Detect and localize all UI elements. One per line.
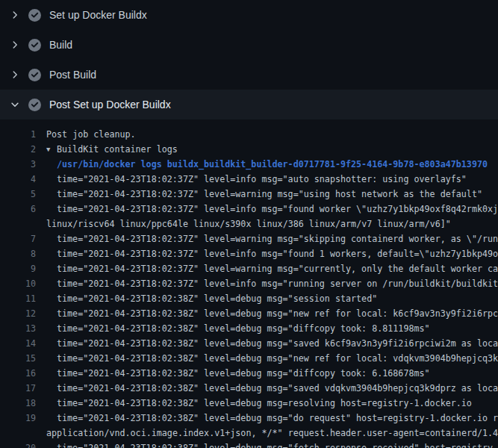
step-header-set-up-docker-buildx[interactable]: Set up Docker Buildx — [0, 0, 498, 30]
collapse-triangle-icon[interactable]: ▼ — [46, 142, 57, 157]
log-line-text: time="2021-04-23T18:02:38Z" level=debug … — [57, 396, 472, 411]
log-line: linux/riscv64 linux/ppc64le linux/s390x … — [0, 217, 498, 231]
log-line-text: time="2021-04-23T18:02:37Z" level=info m… — [57, 172, 467, 187]
log-line-number[interactable]: 5 — [0, 187, 36, 202]
log-line-number[interactable]: 17 — [0, 381, 36, 396]
step-header-build[interactable]: Build — [0, 30, 498, 60]
chevron-down-icon[interactable] — [9, 99, 21, 111]
log-line: 20 time="2021-04-23T18:02:38Z" level=deb… — [0, 441, 498, 448]
log-line: 7 time="2021-04-23T18:02:37Z" level=warn… — [0, 231, 498, 246]
chevron-right-icon[interactable] — [9, 39, 21, 51]
log-line-text: time="2021-04-23T18:02:38Z" level=debug … — [57, 321, 430, 336]
log-line-text: time="2021-04-23T18:02:38Z" level=debug … — [57, 306, 498, 321]
log-line-text: time="2021-04-23T18:02:38Z" level=debug … — [57, 366, 430, 381]
step-title[interactable]: Post Set up Docker Buildx — [49, 99, 171, 111]
log-line-number[interactable]: 11 — [0, 291, 36, 306]
log-line: 4 time="2021-04-23T18:02:37Z" level=info… — [0, 172, 498, 187]
check-circle-icon — [28, 99, 41, 111]
log-line: 18 time="2021-04-23T18:02:38Z" level=deb… — [0, 396, 498, 411]
log-line: 14 time="2021-04-23T18:02:38Z" level=deb… — [0, 336, 498, 351]
log-line-number[interactable]: 6 — [0, 202, 36, 217]
log-line-number[interactable]: 7 — [0, 231, 36, 246]
log-line: application/vnd.oci.image.index.v1+json,… — [0, 426, 498, 441]
log-line-number[interactable]: 19 — [0, 411, 36, 426]
log-line: 2 ▼BuildKit container logs — [0, 142, 498, 157]
log-line-text: time="2021-04-23T18:02:38Z" level=debug … — [57, 441, 498, 448]
step-title[interactable]: Build — [49, 39, 72, 51]
log-line-number[interactable]: 15 — [0, 351, 36, 366]
step-header-post-build[interactable]: Post Build — [0, 60, 498, 90]
log-line: 16 time="2021-04-23T18:02:38Z" level=deb… — [0, 366, 498, 381]
chevron-right-icon[interactable] — [9, 9, 21, 21]
log-line-text: /usr/bin/docker logs buildx_buildkit_bui… — [57, 157, 488, 172]
log-line-number[interactable]: 10 — [0, 276, 36, 291]
log-line-text: linux/riscv64 linux/ppc64le linux/s390x … — [46, 217, 451, 231]
log-line-number[interactable]: 3 — [0, 157, 36, 172]
log-line-text: time="2021-04-23T18:02:37Z" level=warnin… — [57, 261, 498, 276]
chevron-right-icon[interactable] — [9, 69, 21, 81]
log-line: 12 time="2021-04-23T18:02:38Z" level=deb… — [0, 306, 498, 321]
log-line-text: time="2021-04-23T18:02:37Z" level=warnin… — [57, 187, 482, 202]
check-circle-icon — [28, 39, 41, 52]
log-line: 10 time="2021-04-23T18:02:37Z" level=inf… — [0, 276, 498, 291]
step-header-post-set-up-docker-buildx[interactable]: Post Set up Docker Buildx — [0, 90, 498, 119]
log-line-text[interactable]: BuildKit container logs — [57, 142, 178, 157]
log-line: 15 time="2021-04-23T18:02:38Z" level=deb… — [0, 351, 498, 366]
log-line: 8 time="2021-04-23T18:02:37Z" level=info… — [0, 246, 498, 261]
log-line-number[interactable]: 16 — [0, 366, 36, 381]
workflow-log-viewer: Set up Docker Buildx Build Post Build — [0, 0, 498, 448]
log-line: 17 time="2021-04-23T18:02:38Z" level=deb… — [0, 381, 498, 396]
log-line-number[interactable]: 18 — [0, 396, 36, 411]
log-line-text: time="2021-04-23T18:02:38Z" level=debug … — [57, 381, 498, 396]
log-line-number[interactable]: 4 — [0, 172, 36, 187]
log-line: 9 time="2021-04-23T18:02:37Z" level=warn… — [0, 261, 498, 276]
log-line-number[interactable]: 8 — [0, 246, 36, 261]
log-line-text: time="2021-04-23T18:02:38Z" level=debug … — [57, 411, 498, 426]
log-line: 19 time="2021-04-23T18:02:38Z" level=deb… — [0, 411, 498, 426]
log-line-text: Post job cleanup. — [46, 127, 136, 142]
log-line-number[interactable]: 13 — [0, 321, 36, 336]
check-circle-icon — [28, 9, 41, 22]
log-line-text: time="2021-04-23T18:02:37Z" level=info m… — [57, 202, 498, 217]
check-circle-icon — [28, 69, 41, 81]
log-line-text: time="2021-04-23T18:02:37Z" level=warnin… — [57, 231, 498, 246]
log-line: 5 time="2021-04-23T18:02:37Z" level=warn… — [0, 187, 498, 202]
log-line-text: time="2021-04-23T18:02:38Z" level=debug … — [57, 351, 498, 366]
log-line-number[interactable]: 2 — [0, 142, 36, 157]
log-line-number[interactable]: 1 — [0, 127, 36, 142]
log-line-number[interactable]: 20 — [0, 441, 36, 448]
log-line-number[interactable]: 14 — [0, 336, 36, 351]
log-line: 13 time="2021-04-23T18:02:38Z" level=deb… — [0, 321, 498, 336]
step-list: Set up Docker Buildx Build Post Build — [0, 0, 498, 119]
log-line-text: time="2021-04-23T18:02:38Z" level=debug … — [57, 291, 377, 306]
log-line: 11 time="2021-04-23T18:02:38Z" level=deb… — [0, 291, 498, 306]
log-line: 6 time="2021-04-23T18:02:37Z" level=info… — [0, 202, 498, 217]
log-line-number[interactable]: 9 — [0, 261, 36, 276]
log-line-text: time="2021-04-23T18:02:38Z" level=debug … — [57, 336, 498, 351]
log-panel: 1 Post job cleanup. 2 ▼BuildKit containe… — [0, 119, 498, 448]
log-line-text: time="2021-04-23T18:02:37Z" level=info m… — [57, 246, 498, 261]
log-line-text: time="2021-04-23T18:02:37Z" level=info m… — [57, 276, 498, 291]
log-line: 1 Post job cleanup. — [0, 127, 498, 142]
log-line: 3 /usr/bin/docker logs buildx_buildkit_b… — [0, 157, 498, 172]
step-title[interactable]: Set up Docker Buildx — [49, 9, 147, 21]
log-line-number[interactable]: 12 — [0, 306, 36, 321]
step-title[interactable]: Post Build — [49, 69, 96, 81]
log-line-text: application/vnd.oci.image.index.v1+json,… — [46, 426, 498, 441]
